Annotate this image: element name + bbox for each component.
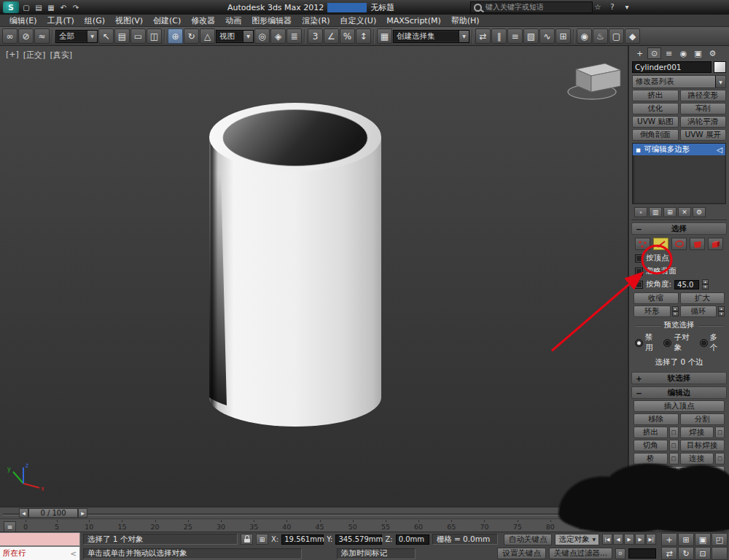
unlink-selection-icon[interactable]: ⊘ — [18, 28, 34, 44]
rollout-collapse-icon[interactable]: − — [636, 225, 642, 233]
save-file-icon[interactable]: ▦ — [45, 2, 57, 12]
infocenter-dropdown-icon[interactable]: ▾ — [621, 1, 633, 12]
material-editor-icon[interactable]: ◉ — [577, 28, 592, 44]
menu-item[interactable]: 工具(T) — [42, 15, 79, 27]
chevron-down-icon[interactable]: ▼ — [459, 31, 469, 42]
spinner-snap-icon[interactable]: ↕ — [356, 28, 371, 44]
tab-create-icon[interactable]: + — [633, 47, 647, 59]
show-end-result-icon[interactable]: ▥ — [649, 207, 662, 217]
keyboard-shortcut-override-icon[interactable]: ≣ — [286, 28, 302, 44]
select-and-rotate-icon[interactable]: ↻ — [184, 28, 199, 44]
make-unique-icon[interactable]: ⊞ — [663, 207, 677, 217]
zoom-region-button[interactable]: ◰ — [712, 533, 728, 546]
curve-editor-icon[interactable]: ∿ — [539, 28, 555, 44]
open-mini-curve-editor-icon[interactable]: ≡ — [4, 521, 16, 532]
pin-stack-icon[interactable]: ∘ — [634, 207, 647, 217]
pan-button[interactable]: ⇄ — [661, 547, 677, 560]
ring-spinner[interactable]: ▴ ▾ — [672, 306, 679, 316]
loop-button[interactable]: 循环 — [680, 306, 717, 317]
uvw-map-modifier-button[interactable]: UVW 贴图 — [632, 116, 679, 128]
modifier-stack[interactable]: ▪ 可编辑多边形 ◁ — [632, 143, 726, 204]
key-mode-toggle-button[interactable]: ⊙ — [615, 548, 625, 559]
zoom-all-button[interactable]: ⊞ — [678, 533, 694, 546]
menu-item[interactable]: 图形编辑器 — [246, 15, 297, 27]
z-coordinate-field[interactable]: 0.0mm — [396, 534, 429, 545]
extrude-modifier-button[interactable]: 挤出 — [632, 90, 679, 101]
y-coordinate-field[interactable]: 345.579mm — [335, 534, 382, 545]
schematic-view-icon[interactable]: ⊞ — [555, 28, 571, 44]
chevron-down-icon[interactable]: ▼ — [87, 31, 97, 42]
rendered-frame-window-icon[interactable]: ▢ — [609, 28, 624, 44]
graphite-ribbon-icon[interactable]: ▧ — [523, 28, 539, 44]
tab-motion-icon[interactable]: ◉ — [677, 47, 690, 59]
mirror-icon[interactable]: ⇄ — [475, 28, 491, 44]
nav-extra-button[interactable] — [712, 547, 728, 560]
path-deform-modifier-button[interactable]: 路径变形 — [680, 90, 727, 101]
stack-item-toggle-icon[interactable]: ◁ — [717, 145, 722, 154]
preview-multiple-radio[interactable]: 多个 — [700, 332, 723, 353]
menu-item[interactable]: 创建(C) — [148, 15, 186, 27]
menu-item[interactable]: 修改器 — [186, 15, 220, 27]
orbit-button[interactable]: ↻ — [678, 547, 694, 560]
connect-settings-icon[interactable]: □ — [715, 453, 725, 464]
time-slider-bar[interactable]: ◀ 0 / 100 ▶ — [0, 507, 729, 518]
x-coordinate-field[interactable]: 19.561mm — [281, 534, 324, 545]
configure-modifier-sets-icon[interactable]: ⚙ — [693, 207, 706, 217]
preview-subobject-radio[interactable]: 子对象 — [663, 332, 694, 353]
remove-modifier-icon[interactable]: ✕ — [678, 207, 691, 217]
tab-hierarchy-icon[interactable]: ≡ — [662, 47, 676, 59]
select-by-name-icon[interactable]: ▤ — [114, 28, 130, 44]
menu-item[interactable]: 编辑(E) — [4, 15, 42, 27]
rollout-edit-edges[interactable]: − 编辑边 — [631, 386, 727, 399]
menu-item[interactable]: 视图(V) — [110, 15, 148, 27]
select-and-manipulate-icon[interactable]: ◈ — [270, 28, 286, 44]
selected-filter-dropdown[interactable]: 选定对象 ▼ — [555, 534, 599, 545]
macro-recorder-line[interactable] — [0, 532, 80, 546]
track-bar[interactable]: ≡ 05101520253035404550556065707580859095… — [0, 518, 729, 532]
viewport-general-menu[interactable]: [+] — [6, 50, 19, 61]
stack-item-editable-poly[interactable]: ▪ 可编辑多边形 ◁ — [633, 144, 725, 155]
open-file-icon[interactable]: ▤ — [33, 2, 44, 12]
infocenter-help-icon[interactable]: ? — [607, 1, 618, 12]
zoom-extents-button[interactable]: ▣ — [695, 533, 711, 546]
edge-subobject-button[interactable] — [653, 238, 668, 250]
menu-item[interactable]: 渲染(R) — [297, 15, 335, 27]
border-subobject-button[interactable] — [671, 238, 687, 250]
viewport[interactable]: [+] [正交] [真实] — [0, 46, 628, 507]
rollout-selection[interactable]: − 选择 — [631, 222, 727, 235]
next-frame-button[interactable]: ▶ — [635, 534, 645, 545]
maximize-viewport-button[interactable]: ⊡ — [695, 547, 711, 560]
application-menu-button[interactable]: S — [3, 1, 19, 13]
rollout-soft-selection[interactable]: + 软选择 — [631, 372, 727, 384]
previous-frame-arrow-icon[interactable]: ◀ — [19, 508, 28, 518]
menu-item[interactable]: MAXScript(M) — [381, 15, 446, 26]
polygon-subobject-button[interactable] — [690, 238, 705, 250]
render-setup-icon[interactable]: ♨ — [593, 28, 608, 44]
tab-utilities-icon[interactable]: ⚙ — [706, 47, 720, 59]
spinner-down-icon[interactable]: ▾ — [702, 284, 709, 289]
angle-spinner[interactable]: ▴ ▾ — [702, 279, 709, 289]
percent-snap-icon[interactable]: % — [340, 28, 355, 44]
grow-button[interactable]: 扩大 — [680, 292, 725, 304]
maxscript-mini-listener[interactable]: 所在行 < — [0, 546, 80, 560]
extrude-settings-icon[interactable]: □ — [669, 427, 679, 438]
preview-disable-radio[interactable]: 禁用 — [635, 332, 658, 353]
auto-key-button[interactable]: 自动关键点 — [504, 534, 553, 545]
weld-button[interactable]: 焊接 — [680, 427, 714, 438]
window-crossing-icon[interactable]: ◫ — [147, 28, 162, 44]
menu-item[interactable]: 自定义(U) — [335, 15, 382, 27]
redo-icon[interactable]: ↷ — [70, 2, 82, 12]
rollout-collapse-icon[interactable]: − — [636, 389, 642, 397]
rectangular-selection-region-icon[interactable]: ▭ — [130, 28, 146, 44]
chevron-down-icon[interactable]: ▼ — [243, 31, 253, 42]
spinner-up-icon[interactable]: ▴ — [702, 279, 709, 284]
viewport-pov-menu[interactable]: [正交] — [23, 50, 46, 61]
new-scene-icon[interactable]: ▢ — [20, 2, 32, 12]
snap-toggle-3d-icon[interactable]: 3 — [308, 28, 323, 44]
angle-snap-icon[interactable]: ∠ — [324, 28, 339, 44]
select-and-move-icon[interactable]: ⊕ — [168, 28, 183, 44]
selection-lock-toggle[interactable] — [241, 534, 253, 545]
bind-to-space-warp-icon[interactable]: ≈ — [34, 28, 50, 44]
unwrap-uvw-modifier-button[interactable]: UVW 展开 — [680, 129, 727, 141]
target-weld-button[interactable]: 目标焊接 — [680, 440, 725, 451]
